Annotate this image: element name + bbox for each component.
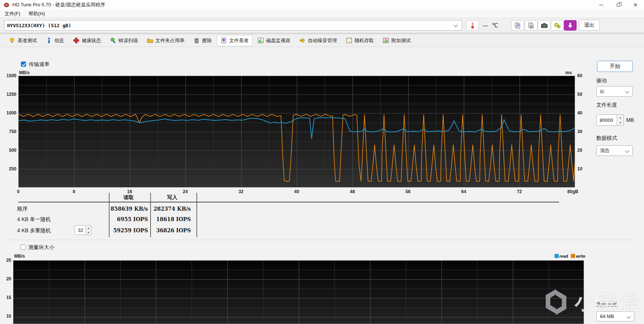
transfer-rate-chart — [18, 76, 575, 188]
drive-dropdown[interactable]: G: — [596, 86, 633, 97]
toolbar-item-info[interactable]: 信息 — [42, 35, 68, 46]
trash-icon — [193, 37, 200, 44]
spinner-down-icon[interactable]: ▼ — [617, 120, 624, 125]
copy-text-icon — [514, 22, 521, 29]
window-title: HD Tune Pro 5.70 - 硬盘/固态硬盘实用程序 — [12, 1, 105, 8]
extra-chart-icon — [383, 37, 389, 44]
copy-image-button[interactable] — [525, 20, 537, 31]
axis-tick-label: 750 — [1, 129, 16, 134]
toolbar-item-label: 擦除 — [202, 37, 212, 44]
toolbar-item-label: 健康状态 — [82, 37, 101, 44]
toolbar-item-aam[interactable]: 自动噪音管理 — [296, 35, 341, 46]
transfer-rate-label: 传输速率 — [29, 61, 50, 67]
read-value: 858639 KB/s — [103, 206, 148, 212]
menu-bar: 文件(F)帮助(H) — [0, 10, 644, 18]
spinner-up-icon[interactable]: ▲ — [617, 115, 624, 120]
menu-help[interactable]: 帮助(H) — [25, 10, 49, 18]
file-length-spinner[interactable]: ▲▼ — [617, 114, 624, 126]
file-length-input[interactable]: 80000 — [596, 114, 617, 126]
copy-text-button[interactable] — [511, 20, 524, 31]
toolbar-item-label: 基准测试 — [18, 37, 37, 44]
file-length-label: 文件长度 — [596, 102, 617, 108]
title-bar: HD Tune Pro 5.70 - 硬盘/固态硬盘实用程序 × — [0, 0, 644, 10]
thermometer-icon — [470, 22, 475, 29]
temperature-value: — — [483, 22, 488, 28]
toolbar-item-random-access[interactable]: 随机存取 — [342, 35, 378, 46]
write-column-header: 写入 — [167, 194, 177, 201]
axis-tick-label: 48 — [350, 189, 355, 194]
toolbar-item-label: 错误扫描 — [119, 37, 138, 44]
toolbar-item-disk-monitor[interactable]: 磁盘监视器 — [254, 35, 294, 46]
save-button[interactable] — [564, 20, 577, 31]
toolbar-item-label: 附加测试 — [391, 37, 411, 44]
axis-tick-label: 10 — [577, 166, 582, 172]
data-mode-label: 数据模式 — [596, 135, 617, 142]
drive-label: 驱动 — [596, 78, 607, 84]
main-chart-y-unit-left: MB/s — [19, 70, 30, 75]
temperature-button[interactable] — [466, 20, 479, 31]
axis-tick-label: 80gB — [567, 189, 578, 194]
spinner-up-icon[interactable]: ▲ — [86, 226, 91, 230]
menu-file[interactable]: 文件(F) — [1, 10, 24, 18]
chevron-down-icon — [454, 23, 458, 27]
toolbar-item-error-scan[interactable]: 错误扫描 — [106, 35, 142, 46]
axis-tick-label: 1250 — [1, 92, 16, 97]
legend-swatch-icon — [555, 254, 559, 258]
minimize-button[interactable] — [593, 0, 610, 10]
queue-depth-spinner[interactable]: ▲▼ — [86, 225, 91, 235]
start-button[interactable]: 开始 — [597, 61, 633, 72]
checkbox-unchecked-icon — [20, 245, 26, 250]
checkbox-checked-icon — [21, 62, 26, 67]
axis-tick-label: 72 — [517, 189, 522, 194]
axis-tick-label: 1500 — [1, 73, 16, 78]
copy-image-icon — [528, 22, 534, 29]
drive-select-combo[interactable]: HYV512X3(HXY) (512 gB) — [4, 20, 462, 31]
axis-tick-label: 64 — [461, 189, 466, 194]
write-value: 282374 KB/s — [146, 206, 191, 212]
axis-tick-label: 20 — [577, 148, 582, 153]
bottom-chart-legend: readwrite — [555, 254, 585, 258]
axis-tick-label: 250 — [1, 166, 16, 172]
drive-bar: HYV512X3(HXY) (512 gB) — ℃ — [0, 18, 644, 33]
axis-tick-label: 20 — [0, 276, 11, 281]
chevron-down-icon — [626, 314, 631, 318]
bottom-file-length-label: 文件长度 — [596, 301, 617, 308]
read-value: 6955 IOPS — [103, 216, 148, 222]
options-button[interactable] — [551, 20, 564, 31]
spinner-down-icon[interactable]: ▼ — [86, 230, 91, 235]
drive-dropdown-value: G: — [597, 89, 605, 94]
result-row-label: 4 KB 多重随机 — [17, 227, 51, 234]
speaker-icon — [299, 37, 306, 44]
toolbar-item-extra-tests[interactable]: 附加测试 — [379, 35, 414, 46]
toolbar-item-file-benchmark[interactable]: 文件基准 — [217, 35, 252, 46]
axis-tick-label: 0 — [17, 189, 20, 194]
monitor-chart-icon — [258, 37, 264, 44]
bulb-icon — [9, 37, 15, 44]
exit-button[interactable]: 退出 — [579, 20, 600, 31]
toolbar-item-health[interactable]: 健康状态 — [69, 35, 105, 46]
screenshot-button[interactable] — [538, 20, 550, 31]
section-divider — [7, 240, 637, 240]
result-row-label: 4 KB 单一随机 — [17, 216, 51, 223]
toolbar-item-folder-usage[interactable]: 文件夹占用率 — [143, 35, 188, 46]
toolbar-item-label: 信息 — [54, 37, 64, 44]
data-mode-dropdown[interactable]: 混合 — [596, 145, 633, 156]
axis-tick-label: 32 — [239, 189, 243, 194]
toolbar-item-erase[interactable]: 擦除 — [190, 35, 215, 46]
close-button[interactable]: × — [627, 0, 644, 10]
axis-tick-label: 25 — [0, 258, 11, 263]
file-length-unit: MB — [626, 117, 634, 123]
health-cross-icon — [73, 37, 79, 44]
axis-tick-label: 15 — [0, 295, 11, 300]
axis-tick-label: 40 — [577, 110, 582, 116]
toolbar-item-label: 自动噪音管理 — [308, 37, 337, 44]
bottom-file-length-dropdown[interactable]: 64 MB — [596, 311, 634, 321]
queue-depth-input[interactable]: 32 — [75, 225, 86, 235]
transfer-rate-checkbox[interactable]: 传输速率 — [21, 61, 50, 68]
restore-button[interactable] — [610, 0, 627, 10]
toolbar-item-label: 磁盘监视器 — [266, 37, 290, 44]
axis-tick-label: 60 — [577, 73, 582, 78]
folder-icon — [147, 37, 153, 44]
block-size-checkbox[interactable]: 测量块大小 — [20, 244, 54, 251]
toolbar-item-benchmark[interactable]: 基准测试 — [5, 35, 41, 46]
